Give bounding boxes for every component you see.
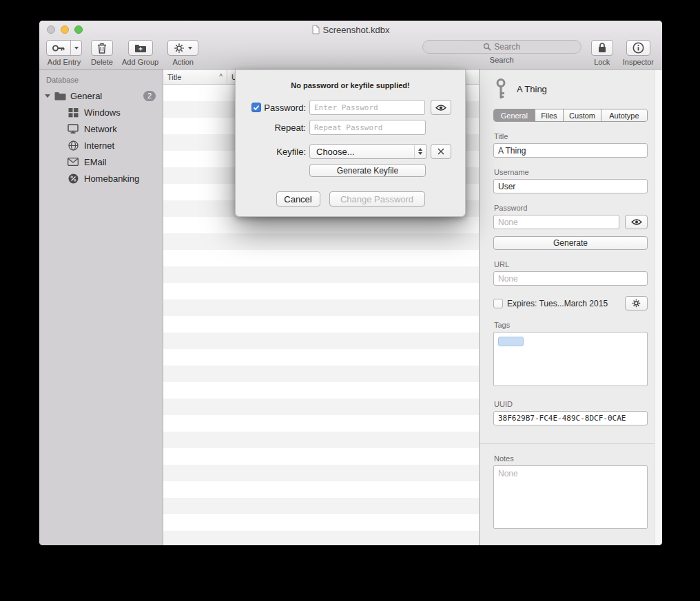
action-button[interactable]: [167, 40, 198, 56]
sidebar-item-label: Network: [84, 124, 117, 134]
inspector-label: Inspector: [623, 58, 654, 66]
generate-keyfile-button[interactable]: Generate Keyfile: [309, 164, 426, 177]
keyfile-selected-value: Choose...: [316, 147, 414, 157]
eye-icon: [631, 218, 642, 226]
keyfile-popup-button[interactable]: Choose...: [309, 144, 427, 159]
expires-label: Expires: Tues...March 2015: [507, 299, 621, 308]
close-x-icon: [438, 148, 444, 155]
reveal-password-button[interactable]: [625, 215, 648, 229]
notes-field-label: Notes: [494, 454, 648, 463]
add-entry-button[interactable]: [46, 40, 82, 56]
traffic-lights: [47, 25, 83, 34]
password-row: Password:: [249, 100, 451, 115]
toolbar: Add Entry Delete: [39, 39, 662, 69]
titlebar[interactable]: Screenshot.kdbx: [39, 21, 662, 39]
gear-icon: [632, 299, 641, 308]
delete-label: Delete: [91, 58, 113, 66]
entry-title: A Thing: [517, 84, 547, 94]
tab-general[interactable]: General: [494, 109, 535, 121]
gear-icon: [174, 43, 185, 54]
expires-row: Expires: Tues...March 2015: [493, 296, 648, 310]
title-field[interactable]: [493, 143, 648, 158]
action-item: Action: [167, 40, 198, 66]
repeat-label: Repeat:: [274, 123, 306, 133]
trash-icon: [97, 43, 107, 54]
zoom-button[interactable]: [74, 25, 83, 34]
entry-header: A Thing: [493, 78, 648, 100]
sheet-actions: Cancel Change Password: [236, 191, 465, 207]
disclosure-triangle-icon[interactable]: [45, 94, 50, 98]
tab-files[interactable]: Files: [535, 109, 564, 121]
add-group-button[interactable]: [128, 40, 153, 56]
tags-field[interactable]: [493, 332, 648, 386]
title-field-label: Title: [494, 132, 648, 140]
lock-button[interactable]: [591, 40, 613, 56]
password-checkbox[interactable]: [251, 103, 261, 112]
search-label: Search: [490, 56, 514, 64]
tag-pill[interactable]: [498, 337, 524, 346]
sidebar-item-windows[interactable]: Windows: [39, 104, 163, 120]
generate-password-button[interactable]: Generate: [493, 236, 648, 250]
network-icon: [68, 124, 79, 134]
delete-button[interactable]: [91, 40, 113, 56]
sidebar-item-email[interactable]: EMail: [39, 154, 163, 170]
username-field-label: Username: [494, 168, 648, 176]
search-item: Search Search: [422, 40, 581, 64]
enter-password-field[interactable]: [309, 100, 425, 115]
reveal-password-button[interactable]: [431, 100, 451, 115]
close-button[interactable]: [47, 25, 55, 34]
inspector-item: Inspector: [623, 40, 654, 66]
folder-plus-icon: [134, 43, 147, 53]
expires-options-button[interactable]: [625, 296, 648, 310]
divider: [480, 443, 662, 444]
sidebar-item-network[interactable]: Network: [39, 120, 163, 137]
notes-field[interactable]: [493, 465, 648, 529]
sidebar-item-homebanking[interactable]: Homebanking: [39, 170, 163, 187]
column-header-title[interactable]: Title ^: [163, 70, 227, 84]
cancel-button[interactable]: Cancel: [276, 191, 320, 207]
popup-stepper-icon: [414, 145, 425, 158]
tags-field-label: Tags: [494, 321, 648, 329]
expires-checkbox[interactable]: [493, 299, 503, 308]
repeat-password-field[interactable]: [309, 120, 426, 135]
change-password-button[interactable]: Change Password: [329, 191, 425, 207]
screen: Screenshot.kdbx Add Entry: [0, 0, 700, 601]
inspector-button[interactable]: [626, 40, 650, 56]
delete-item: Delete: [91, 40, 113, 66]
uuid-field-label: UUID: [494, 400, 648, 408]
username-field[interactable]: [493, 179, 648, 193]
search-input[interactable]: Search: [422, 40, 581, 54]
sidebar-item-general[interactable]: General 2: [39, 87, 163, 104]
add-entry-dropdown[interactable]: [71, 41, 81, 55]
window-title: Screenshot.kdbx: [323, 25, 390, 35]
password-field-label: Password: [494, 204, 648, 212]
uuid-field[interactable]: [493, 411, 648, 425]
change-password-sheet: No password or keyfile supplied! Passwor…: [235, 70, 466, 217]
sidebar-item-internet[interactable]: Internet: [39, 137, 163, 154]
search-placeholder: Search: [494, 42, 520, 52]
password-field[interactable]: [493, 215, 619, 229]
url-field[interactable]: [493, 271, 648, 286]
tab-autotype[interactable]: Autotype: [601, 109, 647, 121]
entry-count-badge: 2: [143, 91, 156, 101]
password-label: Password:: [264, 103, 306, 113]
key-icon: [493, 78, 508, 100]
minimize-button[interactable]: [61, 25, 69, 34]
inspector-panel: A Thing General Files Custom Autotype Ti…: [479, 70, 662, 545]
clear-keyfile-button[interactable]: [431, 144, 451, 159]
eye-icon: [435, 104, 446, 112]
lock-label: Lock: [594, 58, 610, 66]
sidebar-item-label: Windows: [84, 107, 121, 118]
document-proxy-icon: [312, 25, 320, 34]
sidebar-item-label: General: [70, 91, 102, 101]
column-label: Title: [167, 73, 181, 81]
mail-icon: [68, 158, 79, 166]
sidebar-item-label: EMail: [84, 157, 107, 167]
add-group-label: Add Group: [122, 58, 158, 66]
tab-custom[interactable]: Custom: [564, 109, 601, 121]
macpass-window: Screenshot.kdbx Add Entry: [39, 21, 662, 545]
inspector-tabs: General Files Custom Autotype: [493, 109, 648, 122]
inspector-scrollbar[interactable]: [655, 70, 662, 545]
chevron-down-icon: [188, 47, 192, 50]
key-plus-icon: [47, 41, 71, 55]
